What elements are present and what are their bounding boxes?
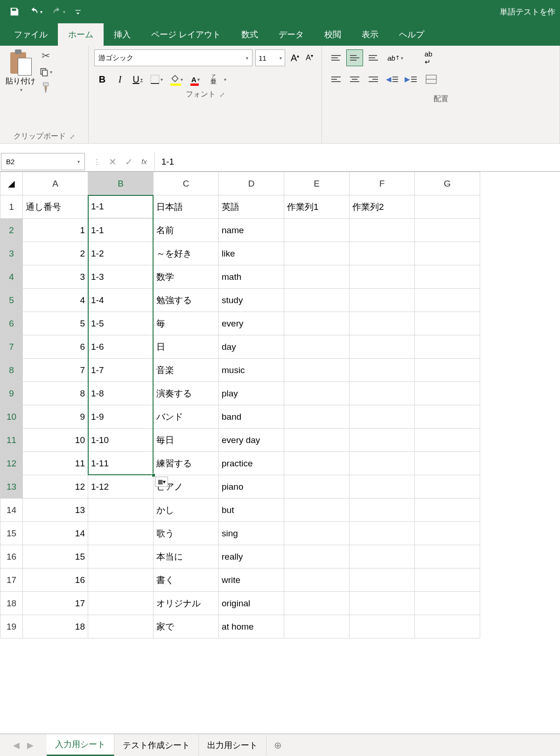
row-header-14[interactable]: 14 — [0, 499, 23, 522]
cell-F7[interactable] — [350, 335, 415, 359]
cell-C11[interactable]: 毎日 — [154, 429, 219, 452]
cell-C4[interactable]: 数学 — [154, 265, 219, 289]
tab-data[interactable]: データ — [268, 23, 314, 46]
cell-B18[interactable] — [88, 592, 154, 615]
cell-C1[interactable]: 日本語 — [154, 195, 219, 219]
cell-C17[interactable]: 書く — [154, 569, 219, 592]
cell-D2[interactable]: name — [219, 219, 284, 242]
cell-E10[interactable] — [284, 405, 350, 429]
fx-icon[interactable]: fx — [141, 158, 147, 166]
name-box[interactable]: B2▾ — [1, 153, 85, 170]
cell-D14[interactable]: but — [219, 499, 284, 522]
increase-indent-button[interactable]: ▶ — [402, 71, 419, 88]
sheet-tab-test[interactable]: テスト作成シート — [114, 735, 199, 756]
col-header-E[interactable]: E — [284, 172, 350, 195]
row-header-17[interactable]: 17 — [0, 569, 23, 592]
cell-B4[interactable]: 1-3 — [88, 265, 154, 289]
cell-E15[interactable] — [284, 522, 350, 545]
row-header-15[interactable]: 15 — [0, 522, 23, 545]
qat-customize-button[interactable] — [70, 6, 86, 18]
cell-B19[interactable] — [88, 615, 154, 638]
cell-C6[interactable]: 毎 — [154, 312, 219, 335]
row-header-11[interactable]: 11 — [0, 429, 23, 452]
cell-A1[interactable]: 通し番号 — [23, 195, 88, 219]
cell-E13[interactable] — [284, 475, 350, 499]
cell-F16[interactable] — [350, 545, 415, 569]
decrease-indent-button[interactable]: ◀ — [384, 71, 400, 88]
cell-B17[interactable] — [88, 569, 154, 592]
italic-button[interactable]: I — [112, 71, 128, 88]
shrink-font-button[interactable]: A▾ — [303, 51, 316, 64]
cell-B10[interactable]: 1-9 — [88, 405, 154, 429]
paste-button[interactable]: 貼り付け — [6, 76, 35, 86]
cell-B8[interactable]: 1-7 — [88, 359, 154, 382]
orientation-button[interactable]: ab↗▾ — [384, 49, 407, 66]
cell-A3[interactable]: 2 — [23, 242, 88, 265]
cell-G15[interactable] — [415, 522, 480, 545]
sheet-tab-output[interactable]: 出力用シート — [199, 735, 266, 756]
tab-formulas[interactable]: 数式 — [231, 23, 268, 46]
bold-button[interactable]: B — [94, 71, 110, 88]
cell-B1[interactable]: 章 — [88, 195, 154, 219]
cell-E18[interactable] — [284, 592, 350, 615]
cell-D15[interactable]: sing — [219, 522, 284, 545]
cell-A17[interactable]: 16 — [23, 569, 88, 592]
row-header-4[interactable]: 4 — [0, 265, 23, 289]
col-header-G[interactable]: G — [415, 172, 480, 195]
cell-F13[interactable] — [350, 475, 415, 499]
cell-D1[interactable]: 英語 — [219, 195, 284, 219]
cell-C7[interactable]: 日 — [154, 335, 219, 359]
cell-D16[interactable]: really — [219, 545, 284, 569]
row-header-3[interactable]: 3 — [0, 242, 23, 265]
clipboard-launcher-icon[interactable]: ⤢ — [70, 133, 75, 140]
cell-E2[interactable] — [284, 219, 350, 242]
tab-help[interactable]: ヘルプ — [389, 23, 434, 46]
copy-icon[interactable]: ▾ — [39, 65, 52, 78]
font-color-button[interactable]: A▾ — [188, 71, 203, 88]
cell-F2[interactable] — [350, 219, 415, 242]
row-header-16[interactable]: 16 — [0, 545, 23, 569]
cell-B12[interactable]: 1-11 — [88, 452, 154, 475]
sheet-nav-next[interactable]: ▶ — [23, 740, 37, 750]
phonetic-button[interactable]: ア亜 — [205, 71, 221, 88]
cell-A8[interactable]: 7 — [23, 359, 88, 382]
cell-G4[interactable] — [415, 265, 480, 289]
align-bottom-button[interactable] — [365, 49, 382, 66]
cell-G18[interactable] — [415, 592, 480, 615]
cell-C9[interactable]: 演奏する — [154, 382, 219, 405]
row-header-18[interactable]: 18 — [0, 592, 23, 615]
cell-D5[interactable]: study — [219, 289, 284, 312]
cell-D11[interactable]: every day — [219, 429, 284, 452]
cell-E16[interactable] — [284, 545, 350, 569]
select-all-corner[interactable]: ◢ — [0, 172, 23, 195]
cell-A18[interactable]: 17 — [23, 592, 88, 615]
cell-A10[interactable]: 9 — [23, 405, 88, 429]
cell-G17[interactable] — [415, 569, 480, 592]
grow-font-button[interactable]: A▴ — [288, 51, 302, 65]
tab-page-layout[interactable]: ページ レイアウト — [141, 23, 231, 46]
cell-G13[interactable] — [415, 475, 480, 499]
cell-B5[interactable]: 1-4 — [88, 289, 154, 312]
cell-F10[interactable] — [350, 405, 415, 429]
borders-button[interactable]: ▾ — [147, 71, 166, 88]
cell-A16[interactable]: 15 — [23, 545, 88, 569]
cell-F3[interactable] — [350, 242, 415, 265]
cell-E12[interactable] — [284, 452, 350, 475]
add-sheet-button[interactable]: ⊕ — [266, 740, 289, 751]
tab-view[interactable]: 表示 — [351, 23, 389, 46]
col-header-C[interactable]: C — [154, 172, 219, 195]
cell-F5[interactable] — [350, 289, 415, 312]
cell-D6[interactable]: every — [219, 312, 284, 335]
align-top-button[interactable] — [328, 49, 344, 66]
cell-G11[interactable] — [415, 429, 480, 452]
cell-E19[interactable] — [284, 615, 350, 638]
cell-F15[interactable] — [350, 522, 415, 545]
formula-input[interactable]: 1-1 — [155, 152, 560, 171]
cell-G9[interactable] — [415, 382, 480, 405]
cancel-formula-icon[interactable]: ✕ — [109, 156, 117, 167]
tab-home[interactable]: ホーム — [58, 23, 104, 46]
row-header-2[interactable]: 2 — [0, 219, 23, 242]
font-launcher-icon[interactable]: ⤢ — [219, 91, 225, 98]
cell-F18[interactable] — [350, 592, 415, 615]
cell-C8[interactable]: 音楽 — [154, 359, 219, 382]
